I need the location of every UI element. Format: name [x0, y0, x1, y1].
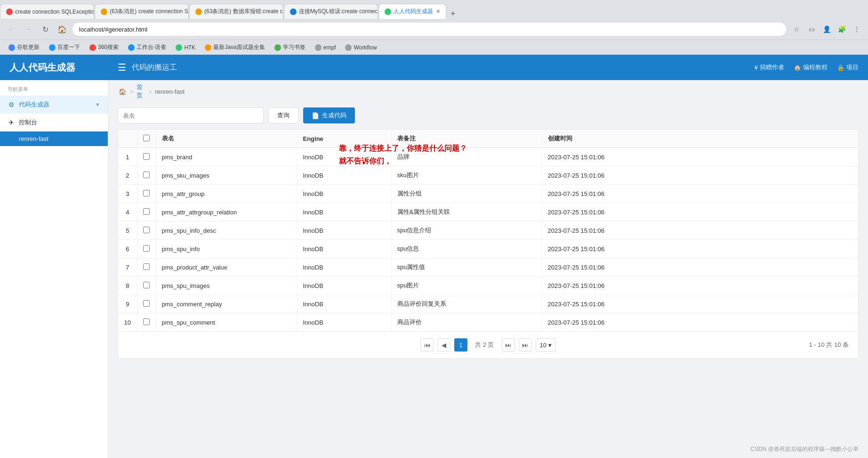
- cell-checkbox[interactable]: [137, 148, 156, 166]
- cell-comment: spu信息介绍: [391, 221, 542, 240]
- cell-checkbox[interactable]: [137, 240, 156, 258]
- bookmark-label-2: 360搜索: [98, 43, 119, 51]
- bookmark-study[interactable]: 学习书签: [271, 42, 309, 53]
- home-breadcrumb-label[interactable]: 首页: [137, 87, 146, 96]
- bookmark-baidu[interactable]: 百度一下: [45, 42, 84, 53]
- cell-num: 8: [118, 277, 137, 295]
- table-row: 2 pms_sku_images InnoDB sku图片 2023-07-25…: [118, 166, 858, 185]
- row-checkbox[interactable]: [143, 172, 150, 178]
- row-checkbox[interactable]: [143, 245, 150, 252]
- breadcrumb-separator-2: >: [149, 88, 153, 95]
- row-checkbox[interactable]: [143, 300, 150, 307]
- cell-comment: sku图片: [391, 166, 542, 185]
- forward-button[interactable]: →: [22, 23, 35, 36]
- sidebar-console-label: 控制台: [19, 118, 37, 127]
- back-button[interactable]: ←: [5, 23, 18, 36]
- pagination-bar: ⏮ ◀ 1 共 2 页 ⏭ ⏭ 10 ▾ 1 - 10 共 10 条: [118, 331, 858, 358]
- cell-num: 1: [118, 148, 137, 166]
- cell-engine: InnoDB: [297, 240, 391, 258]
- cell-checkbox[interactable]: [137, 295, 156, 313]
- bookmark-360[interactable]: 360搜索: [86, 42, 122, 53]
- cell-checkbox[interactable]: [137, 277, 156, 295]
- cell-name: pms_spu_images: [156, 277, 297, 295]
- th-checkbox: [137, 130, 156, 148]
- browser-tab-1[interactable]: create connection SQLExceptio... ✕: [0, 4, 94, 19]
- sidebar-item-console[interactable]: ✈ 控制台: [0, 114, 108, 131]
- table-row: 8 pms_spu_images InnoDB spu图片 2023-07-25…: [118, 277, 858, 295]
- header-donate[interactable]: ¥ 捐赠作者: [755, 63, 784, 72]
- cell-checkbox[interactable]: [137, 185, 156, 203]
- gen-code-button[interactable]: 📄 生成代码: [303, 107, 355, 123]
- cell-engine: InnoDB: [297, 166, 391, 185]
- browser-tab-5[interactable]: 人人代码生成器 ✕: [378, 4, 446, 19]
- bookmark-icon-empf: [315, 44, 321, 51]
- sidebar-section-label: 导航菜单: [0, 80, 108, 96]
- app-header: 人人代码生成器 ☰ 代码的搬运工 ¥ 捐赠作者 🏠 编程教程 🔒 项目: [0, 55, 868, 80]
- pagination-total-pages: 共 2 页: [475, 341, 494, 349]
- row-checkbox[interactable]: [143, 227, 150, 233]
- donate-label: 捐赠作者: [760, 63, 784, 72]
- cell-checkbox[interactable]: [137, 221, 156, 240]
- row-checkbox[interactable]: [143, 263, 150, 270]
- bookmark-icon-google: [8, 44, 15, 51]
- pagination-last[interactable]: ⏭: [519, 338, 532, 352]
- table-row: 6 pms_spu_info InnoDB spu信息 2023-07-25 1…: [118, 240, 858, 258]
- app-logo: 人人代码生成器: [9, 61, 118, 74]
- cell-num: 4: [118, 203, 137, 221]
- sidebar-item-codegen[interactable]: ⚙ 代码生成器 ▼: [0, 96, 108, 114]
- query-button[interactable]: 查询: [268, 107, 298, 123]
- row-checkbox[interactable]: [143, 319, 150, 325]
- cell-comment: 商品评价回复关系: [391, 295, 542, 313]
- pagination-current-page[interactable]: 1: [454, 338, 467, 352]
- refresh-button[interactable]: ↻: [39, 23, 52, 36]
- table-name-input[interactable]: [118, 107, 264, 123]
- profile-icon[interactable]: 👤: [820, 23, 833, 36]
- data-table: 表名 Engine 表备注 创建时间 1 pms_brand InnoDB 品牌…: [118, 130, 858, 331]
- hamburger-button[interactable]: ☰: [118, 62, 126, 73]
- pagination-prev[interactable]: ◀: [437, 338, 450, 352]
- bookmarks-bar: 谷歌更新 百度一下 360搜索 工作台·语雀 HTK 最新Java面试题全集: [0, 40, 868, 55]
- tab-favicon-2: [101, 8, 107, 15]
- row-checkbox[interactable]: [143, 208, 150, 215]
- home-breadcrumb-icon[interactable]: 🏠: [118, 87, 127, 96]
- bookmark-google-update[interactable]: 谷歌更新: [5, 42, 43, 53]
- address-right-icons: ☆ ▭ 👤 🧩 ⋮: [790, 23, 863, 36]
- pagination-next[interactable]: ⏭: [502, 338, 515, 352]
- bookmark-yuque[interactable]: 工作台·语雀: [124, 42, 170, 53]
- browser-tab-2[interactable]: (63条消息) create connection S... ✕: [95, 4, 189, 19]
- bookmark-workflow[interactable]: Workflow: [341, 43, 380, 52]
- row-checkbox[interactable]: [143, 153, 150, 160]
- cell-checkbox[interactable]: [137, 258, 156, 277]
- home-button[interactable]: 🏠: [56, 23, 69, 36]
- cell-checkbox[interactable]: [137, 313, 156, 332]
- header-tutorials[interactable]: 🏠 编程教程: [794, 63, 828, 72]
- browser-tab-3[interactable]: (63条消息) 数据库报错:create co... ✕: [189, 4, 283, 19]
- bookmark-icon[interactable]: ☆: [790, 23, 803, 36]
- bookmark-label-8: Workflow: [354, 44, 377, 51]
- tab-close-5[interactable]: ✕: [436, 8, 440, 15]
- tab-cast-icon[interactable]: ▭: [805, 23, 818, 36]
- sidebar-item-renren-fast[interactable]: renren-fast: [0, 131, 108, 146]
- select-all-checkbox[interactable]: [143, 135, 150, 141]
- th-created: 创建时间: [542, 130, 858, 148]
- extensions-icon[interactable]: 🧩: [835, 23, 848, 36]
- browser-tab-4[interactable]: 连接MySQL错误:create connec... ✕: [284, 4, 378, 19]
- bookmark-java[interactable]: 最新Java面试题全集: [201, 42, 268, 53]
- renren-fast-label: renren-fast: [19, 135, 48, 142]
- row-checkbox[interactable]: [143, 282, 150, 288]
- row-checkbox[interactable]: [143, 190, 150, 196]
- menu-icon[interactable]: ⋮: [850, 23, 863, 36]
- new-tab-button[interactable]: +: [447, 9, 459, 19]
- page-size-select[interactable]: 10 ▾: [536, 338, 556, 352]
- bookmark-htk[interactable]: HTK: [172, 43, 199, 52]
- address-input[interactable]: [72, 23, 786, 36]
- console-icon: ✈: [8, 119, 15, 126]
- pagination-first[interactable]: ⏮: [420, 338, 434, 352]
- header-project[interactable]: 🔒 项目: [837, 63, 859, 72]
- bookmark-empf[interactable]: empf: [311, 43, 340, 52]
- tutorials-label: 编程教程: [803, 63, 828, 72]
- table-row: 5 pms_spu_info_desc InnoDB spu信息介绍 2023-…: [118, 221, 858, 240]
- tab-label-4: 连接MySQL错误:create connec...: [299, 8, 378, 16]
- cell-checkbox[interactable]: [137, 203, 156, 221]
- cell-checkbox[interactable]: [137, 166, 156, 185]
